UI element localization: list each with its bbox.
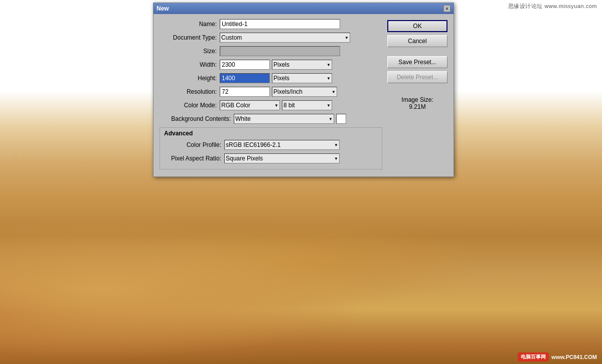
colorprofile-select-wrapper: sRGB IEC61966-2.1 Adobe RGB (1998) xyxy=(224,140,340,150)
doctype-label: Document Type: xyxy=(160,34,220,41)
bitdepth-select-wrapper: 8 bit 16 bit 32 bit xyxy=(282,100,332,110)
bgcontents-select-wrapper: White Background Color Transparent xyxy=(234,114,334,124)
colormode-select[interactable]: RGB Color Grayscale CMYK Color xyxy=(220,100,280,110)
height-row: Height: Pixels Inches xyxy=(160,73,382,83)
doctype-select-wrapper: Custom Default Photoshop Size Letter Leg… xyxy=(220,33,350,43)
watermark-bottom: 电脑百事网 www.PC841.COM xyxy=(518,352,597,361)
height-input[interactable] xyxy=(220,73,270,83)
image-size-value: 9.21M xyxy=(387,103,447,110)
resolution-row: Resolution: Pixels/Inch Pixels/Centimete… xyxy=(160,87,382,97)
image-size-label: Image Size: xyxy=(387,96,447,103)
image-size-section: Image Size: 9.21M xyxy=(387,96,447,110)
colormode-label: Color Mode: xyxy=(160,102,220,109)
resolution-unit-wrapper: Pixels/Inch Pixels/Centimeter xyxy=(272,87,337,97)
bgcontents-label: Background Contents: xyxy=(160,115,234,122)
height-unit-select[interactable]: Pixels Inches xyxy=(272,73,332,83)
watermark-top: 思缘设计论坛 www.missyuan.com xyxy=(508,3,597,10)
form-section: Name: Document Type: Custom Default Phot… xyxy=(160,19,382,171)
ok-button[interactable]: OK xyxy=(387,20,447,32)
pixelaspect-label: Pixel Aspect Ratio: xyxy=(164,155,224,162)
name-input[interactable] xyxy=(220,19,340,29)
resolution-input[interactable] xyxy=(220,87,270,97)
height-label: Height: xyxy=(160,75,220,82)
new-document-dialog: New × Name: Document Type: Custom xyxy=(153,0,454,211)
width-input[interactable] xyxy=(220,60,270,70)
height-unit-wrapper: Pixels Inches xyxy=(272,73,332,83)
advanced-section: Advanced Color Profile: sRGB IEC61966-2.… xyxy=(160,127,382,169)
close-button[interactable]: × xyxy=(443,5,450,12)
bitdepth-select[interactable]: 8 bit 16 bit 32 bit xyxy=(282,100,332,110)
width-row: Width: Pixels Inches Centimeters xyxy=(160,60,382,70)
resolution-label: Resolution: xyxy=(160,88,220,95)
name-label: Name: xyxy=(160,21,220,28)
watermark-top-text: 思缘设计论坛 www.missyuan.com xyxy=(508,3,597,9)
watermark-badge: 电脑百事网 xyxy=(518,352,549,361)
colorprofile-select[interactable]: sRGB IEC61966-2.1 Adobe RGB (1998) xyxy=(224,140,340,150)
advanced-title: Advanced xyxy=(164,130,378,137)
bgcontents-row: Background Contents: White Background Co… xyxy=(160,114,382,124)
colorprofile-label: Color Profile: xyxy=(164,141,224,148)
cancel-button[interactable]: Cancel xyxy=(387,35,447,47)
width-label: Width: xyxy=(160,61,220,68)
pixelaspect-select[interactable]: Square Pixels D1/DV NTSC (0.91) xyxy=(224,153,340,163)
buttons-section: OK Cancel Save Preset... Delete Preset..… xyxy=(387,19,447,171)
size-row: Size: xyxy=(160,46,382,56)
name-row: Name: xyxy=(160,19,382,29)
resolution-unit-select[interactable]: Pixels/Inch Pixels/Centimeter xyxy=(272,87,337,97)
doctype-select[interactable]: Custom Default Photoshop Size Letter Leg… xyxy=(220,33,350,43)
save-preset-button[interactable]: Save Preset... xyxy=(387,56,447,68)
dialog-titlebar: New × xyxy=(154,3,454,14)
colorprofile-row: Color Profile: sRGB IEC61966-2.1 Adobe R… xyxy=(164,140,378,150)
colormode-row: Color Mode: RGB Color Grayscale CMYK Col… xyxy=(160,100,382,110)
doctype-row: Document Type: Custom Default Photoshop … xyxy=(160,33,382,43)
colormode-select-wrapper: RGB Color Grayscale CMYK Color xyxy=(220,100,280,110)
size-input xyxy=(220,46,340,56)
dialog-content: Name: Document Type: Custom Default Phot… xyxy=(154,14,454,176)
width-unit-wrapper: Pixels Inches Centimeters xyxy=(272,60,332,70)
bg-color-swatch[interactable] xyxy=(336,114,346,124)
width-unit-select[interactable]: Pixels Inches Centimeters xyxy=(272,60,332,70)
dialog-title: New xyxy=(157,5,169,12)
dialog-box: New × Name: Document Type: Custom xyxy=(153,3,454,177)
pixelaspect-row: Pixel Aspect Ratio: Square Pixels D1/DV … xyxy=(164,153,378,163)
size-label: Size: xyxy=(160,48,220,55)
pixelaspect-select-wrapper: Square Pixels D1/DV NTSC (0.91) xyxy=(224,153,340,163)
delete-preset-button[interactable]: Delete Preset... xyxy=(387,71,447,83)
bgcontents-select[interactable]: White Background Color Transparent xyxy=(234,114,334,124)
watermark-url: www.PC841.COM xyxy=(551,354,597,360)
